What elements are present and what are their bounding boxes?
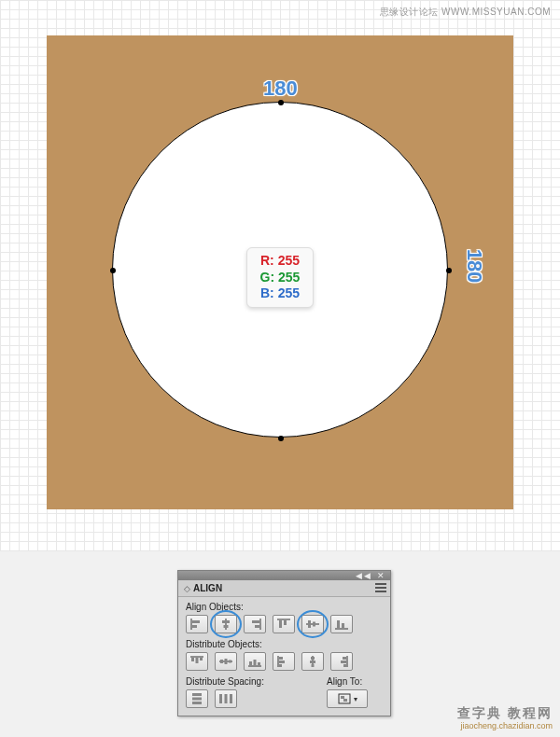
svg-rect-10: [279, 620, 282, 628]
dimension-height-label: 180: [462, 249, 486, 284]
panel-menu-icon[interactable]: [375, 583, 386, 592]
dimension-width-label: 180: [263, 76, 298, 101]
bottom-watermark-sub: jiaocheng.chazidian.com: [457, 721, 553, 731]
svg-rect-49: [341, 696, 344, 699]
canvas-area: 思缘设计论坛 WWW.MISSYUAN.COM 180 180 R: 255 G…: [0, 0, 560, 550]
anchor-left[interactable]: [110, 268, 116, 273]
panel-toggle-icon[interactable]: ◇: [184, 584, 190, 593]
align-bottom-button[interactable]: [330, 615, 353, 633]
rgb-b-value: B: 255: [255, 285, 305, 302]
distribute-spacing-label: Distribute Spacing:: [186, 676, 327, 687]
svg-rect-19: [191, 658, 194, 661]
align-left-button[interactable]: [186, 615, 208, 633]
rgb-readout: R: 255 G: 255 B: 255: [246, 247, 314, 308]
panel-background: ◀◀ ✕ ◇ ALIGN Align Objects:: [0, 550, 560, 737]
distribute-horizontal-center-button[interactable]: [301, 652, 324, 671]
panel-title: ALIGN: [193, 583, 222, 593]
distribute-bottom-button[interactable]: [244, 652, 266, 671]
svg-rect-37: [312, 664, 315, 667]
svg-rect-29: [258, 662, 260, 665]
svg-rect-32: [279, 661, 285, 663]
rgb-g-value: G: 255: [255, 270, 305, 286]
svg-rect-8: [255, 625, 259, 628]
svg-rect-25: [229, 661, 231, 663]
svg-rect-4: [222, 620, 230, 623]
svg-rect-45: [219, 694, 222, 703]
panel-collapse-icons[interactable]: ◀◀ ✕: [356, 571, 386, 580]
distribute-objects-label: Distribute Objects:: [186, 639, 383, 649]
distribute-spacing-horizontal-button[interactable]: [215, 689, 237, 708]
svg-rect-50: [343, 699, 347, 702]
svg-rect-33: [279, 664, 282, 667]
svg-rect-46: [225, 694, 228, 703]
svg-rect-28: [254, 660, 257, 665]
align-to-label: Align To:: [327, 676, 383, 687]
svg-rect-31: [279, 657, 283, 660]
anchor-right[interactable]: [446, 268, 452, 273]
distribute-vertical-center-button[interactable]: [215, 652, 237, 671]
rgb-r-value: R: 255: [255, 253, 305, 270]
align-right-button[interactable]: [244, 615, 266, 633]
svg-rect-27: [249, 661, 252, 665]
svg-rect-47: [230, 694, 232, 703]
anchor-bottom[interactable]: [278, 436, 284, 441]
align-top-button[interactable]: [273, 615, 295, 633]
panel-tabbar[interactable]: ◀◀ ✕: [178, 571, 390, 580]
svg-rect-17: [342, 623, 344, 628]
align-objects-label: Align Objects:: [186, 602, 383, 612]
svg-rect-16: [337, 620, 340, 628]
distribute-objects-row: [186, 652, 383, 671]
svg-rect-5: [224, 625, 229, 628]
svg-rect-40: [341, 661, 346, 663]
distribute-left-button[interactable]: [273, 652, 295, 671]
align-vertical-center-button[interactable]: [301, 615, 324, 633]
align-to-dropdown[interactable]: ▾: [327, 689, 368, 708]
align-horizontal-center-button[interactable]: [215, 615, 237, 633]
svg-rect-7: [252, 620, 259, 623]
panel-body: Align Objects:: [178, 597, 390, 716]
top-watermark: 思缘设计论坛 WWW.MISSYUAN.COM: [380, 6, 551, 19]
svg-rect-2: [192, 625, 197, 628]
align-panel: ◀◀ ✕ ◇ ALIGN Align Objects:: [177, 570, 391, 716]
svg-rect-1: [192, 620, 200, 623]
svg-rect-24: [225, 659, 228, 664]
svg-rect-14: [313, 622, 315, 627]
svg-rect-23: [220, 660, 223, 663]
bottom-watermark: 查字典 教程网 jiaocheng.chazidian.com: [457, 705, 553, 731]
svg-rect-35: [311, 657, 315, 660]
distribute-right-button[interactable]: [330, 652, 353, 671]
distribute-spacing-vertical-button[interactable]: [186, 689, 208, 708]
svg-rect-20: [196, 658, 199, 663]
svg-rect-44: [192, 702, 202, 704]
svg-rect-36: [310, 661, 315, 663]
dropdown-chevron-icon: ▾: [354, 695, 357, 703]
panel-header[interactable]: ◇ ALIGN: [178, 580, 390, 597]
svg-rect-11: [284, 620, 287, 625]
align-to-selection-icon: [338, 693, 351, 704]
svg-rect-42: [192, 693, 202, 696]
svg-rect-41: [343, 664, 346, 667]
svg-rect-21: [200, 658, 203, 661]
svg-rect-39: [343, 657, 346, 660]
svg-rect-13: [308, 620, 311, 628]
bottom-watermark-main: 查字典 教程网: [457, 705, 553, 721]
align-objects-row: [186, 615, 383, 633]
distribute-top-button[interactable]: [186, 652, 208, 671]
svg-rect-43: [192, 698, 202, 701]
